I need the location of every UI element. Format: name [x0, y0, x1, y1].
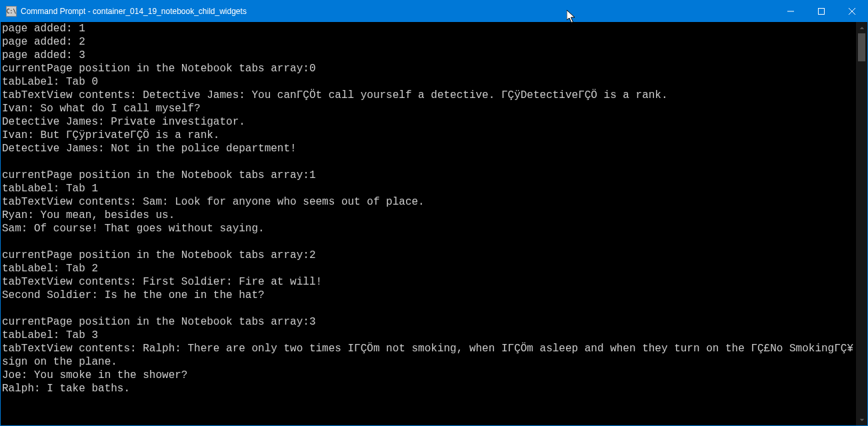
window-title: Command Prompt - container_014_19_notebo…: [21, 7, 775, 16]
titlebar[interactable]: C:\ Command Prompt - container_014_19_no…: [1, 1, 867, 22]
terminal-line: tabLabel: Tab 2: [2, 262, 855, 275]
terminal-line: [2, 155, 855, 169]
terminal-line: currentPage position in the Notebook tab…: [2, 249, 855, 262]
maximize-button[interactable]: [806, 1, 837, 22]
scrollbar-down-arrow[interactable]: [856, 414, 867, 425]
terminal-line: [2, 235, 855, 249]
scrollbar-up-arrow[interactable]: [856, 22, 867, 33]
terminal-output[interactable]: page added: 1page added: 2page added: 3c…: [1, 22, 856, 425]
maximize-icon: [818, 8, 825, 15]
terminal-line: [2, 302, 855, 315]
command-prompt-window: C:\ Command Prompt - container_014_19_no…: [0, 0, 868, 426]
terminal-line: tabTextView contents: Sam: Look for anyo…: [2, 195, 855, 209]
terminal-line: currentPage position in the Notebook tab…: [2, 169, 855, 182]
app-icon: C:\: [6, 6, 17, 17]
terminal-line: tabLabel: Tab 1: [2, 182, 855, 195]
terminal-line: tabTextView contents: First Soldier: Fir…: [2, 275, 855, 289]
window-controls: [775, 1, 867, 22]
terminal-line: tabTextView contents: Ralph: There are o…: [2, 342, 855, 369]
minimize-button[interactable]: [775, 1, 806, 22]
terminal-line: currentPage position in the Notebook tab…: [2, 315, 855, 329]
terminal-line: page added: 1: [2, 22, 855, 35]
close-button[interactable]: [837, 1, 867, 22]
terminal-line: Ivan: But ΓÇÿprivateΓÇÖ is a rank.: [2, 129, 855, 142]
terminal-line: currentPage position in the Notebook tab…: [2, 62, 855, 75]
minimize-icon: [787, 8, 794, 15]
close-icon: [849, 8, 855, 15]
content-area: page added: 1page added: 2page added: 3c…: [1, 22, 867, 425]
terminal-line: Ralph: I take baths.: [2, 382, 855, 395]
terminal-line: page added: 2: [2, 35, 855, 49]
terminal-line: Second Soldier: Is he the one in the hat…: [2, 289, 855, 302]
terminal-line: page added: 3: [2, 49, 855, 62]
terminal-line: Detective James: Not in the police depar…: [2, 142, 855, 155]
terminal-line: tabLabel: Tab 0: [2, 75, 855, 89]
chevron-down-icon: [859, 417, 865, 423]
terminal-line: tabTextView contents: Detective James: Y…: [2, 89, 855, 102]
terminal-line: Sam: Of course! That goes without saying…: [2, 222, 855, 235]
chevron-up-icon: [859, 25, 865, 31]
vertical-scrollbar[interactable]: [856, 22, 867, 425]
terminal-line: Detective James: Private investigator.: [2, 115, 855, 129]
svg-rect-1: [819, 9, 825, 15]
terminal-line: Ryan: You mean, besides us.: [2, 209, 855, 222]
terminal-line: Joe: You smoke in the shower?: [2, 369, 855, 382]
terminal-line: Ivan: So what do I call myself?: [2, 102, 855, 115]
scrollbar-thumb[interactable]: [858, 33, 865, 61]
terminal-line: tabLabel: Tab 3: [2, 329, 855, 342]
